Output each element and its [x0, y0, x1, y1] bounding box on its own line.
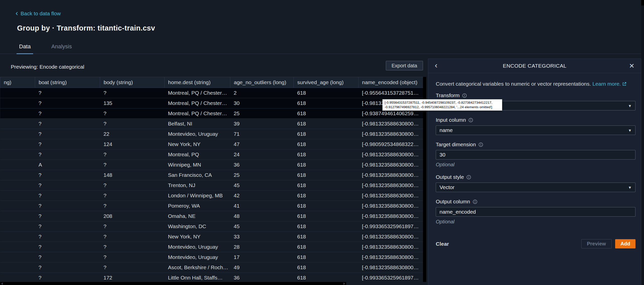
table-row[interactable]: ??Ascot, Berkshire / Roch…49618[-0.98132…	[0, 262, 423, 273]
table-cell: ?	[35, 262, 100, 273]
table-cell: Montreal, PQ	[165, 150, 230, 160]
table-row[interactable]: A?Winnipeg, MN36618[-0.981323588630800…	[0, 160, 423, 170]
table-cell: 618	[294, 273, 359, 282]
table-cell: 36	[230, 273, 294, 282]
info-icon[interactable]	[473, 199, 477, 204]
table-cell: [-0.981323588630800…	[359, 191, 423, 201]
table-header-row: ng)boat (string)body (string)home.dest (…	[0, 77, 423, 88]
table-cell: Montreal, PQ / Chester…	[165, 98, 230, 108]
table-row[interactable]: ?148San Francisco, CA25618[-0.9813235886…	[0, 170, 423, 180]
scroll-right-icon[interactable]: ›	[343, 281, 345, 285]
table-cell: ?	[35, 191, 100, 201]
table-cell	[0, 170, 35, 180]
page-scrollbar-thumb[interactable]	[641, 0, 644, 6]
table-cell: 135	[100, 98, 165, 108]
horizontal-scrollbar-thumb[interactable]: ‹ ›	[0, 282, 346, 285]
table-cell: [-0.981323588630800…	[359, 262, 423, 273]
table-cell: 618	[294, 262, 359, 273]
tab-data[interactable]: Data	[18, 43, 32, 54]
table-cell	[0, 119, 35, 129]
table-row[interactable]: ??Montevideo, Uruguay28618[-0.9813235886…	[0, 242, 423, 252]
info-icon[interactable]	[468, 118, 473, 122]
info-icon[interactable]	[478, 142, 483, 147]
export-data-button[interactable]: Export data	[386, 61, 423, 70]
panel-back-icon[interactable]: ‹	[435, 61, 438, 69]
column-header[interactable]: survived_age (long)	[294, 77, 359, 88]
table-row[interactable]: ?124New York, NY47618[-0.980592534868322…	[0, 139, 423, 150]
table-row[interactable]: ?22Montevideo, Uruguay71618[-0.981323588…	[0, 129, 423, 139]
column-header[interactable]: boat (string)	[35, 77, 100, 88]
input-column-select-value: name	[440, 127, 453, 133]
table-cell: 41	[230, 201, 294, 211]
table-cell: 208	[100, 211, 165, 221]
table-cell: ?	[100, 150, 165, 160]
table-row[interactable]: ??London / Winnipeg, MB42618[-0.98132358…	[0, 191, 423, 201]
table-cell: 33	[230, 232, 294, 242]
table-row[interactable]: ??Trenton, NJ45618[-0.981323588630800…	[0, 180, 423, 191]
table-cell: 618	[294, 170, 359, 180]
info-icon[interactable]	[466, 175, 471, 180]
column-header[interactable]: home.dest (string)	[165, 77, 230, 88]
table-row[interactable]: ?172Little Onn Hall, Staffs…36618[-0.993…	[0, 273, 423, 282]
table-cell: 618	[294, 221, 359, 232]
target-dimension-input[interactable]	[436, 150, 635, 160]
page-vertical-scrollbar[interactable]	[641, 0, 644, 285]
column-header[interactable]: name_encoded (object)	[359, 77, 423, 88]
table-cell: Montevideo, Uruguay	[165, 252, 230, 262]
input-column-select[interactable]: name ▼	[436, 125, 635, 135]
table-row[interactable]: ??Montreal, PQ24618[-0.981323588630800…	[0, 150, 423, 160]
info-icon[interactable]	[462, 93, 467, 98]
table-cell: [-0.955643153728751…	[359, 88, 423, 98]
table-cell: [-0.981323588630800…	[359, 201, 423, 211]
table-row[interactable]: ??Montevideo, Uruguay17618[-0.9813235886…	[0, 252, 423, 262]
add-button[interactable]: Add	[615, 239, 635, 248]
table-cell: ?	[35, 242, 100, 252]
tab-analysis[interactable]: Analysis	[50, 43, 73, 54]
table-row[interactable]: ??Washington, DC45618[-0.993365325961897…	[0, 221, 423, 232]
table-cell: ?	[100, 88, 165, 98]
table-cell: [-0.981323588630800…	[359, 150, 423, 160]
table-cell: ?	[35, 119, 100, 129]
table-cell: 148	[100, 170, 165, 180]
table-cell: Montreal, PQ / Chester…	[165, 88, 230, 98]
table-horizontal-scrollbar[interactable]: ‹ ›	[0, 282, 427, 285]
table-row[interactable]: ?208Omaha, NE48618[-0.981323588630800…	[0, 211, 423, 221]
table-cell: Ascot, Berkshire / Roch…	[165, 262, 230, 273]
table-cell: 618	[294, 108, 359, 119]
output-column-input[interactable]	[436, 207, 635, 217]
clear-button[interactable]: Clear	[436, 241, 449, 247]
preview-button[interactable]: Preview	[581, 239, 612, 248]
table-cell: 42	[230, 191, 294, 201]
back-to-data-flow-link[interactable]: ‹ Back to data flow	[16, 11, 61, 17]
table-cell: ?	[35, 201, 100, 211]
table-row[interactable]: ??Pomeroy, WA41618[-0.981323588630800…	[0, 201, 423, 211]
table-cell: [-0.981323588630800…	[359, 232, 423, 242]
data-table: ng)boat (string)body (string)home.dest (…	[0, 77, 423, 282]
output-style-select[interactable]: Vector ▼	[436, 183, 635, 192]
table-cell: Pomeroy, WA	[165, 201, 230, 211]
table-row[interactable]: ??Montreal, PQ / Chester…2618[-0.9556431…	[0, 88, 423, 98]
close-icon[interactable]: ✕	[629, 62, 634, 70]
table-cell: ?	[100, 191, 165, 201]
table-cell: [-0.981323588630800…	[359, 119, 423, 129]
table-cell: ?	[100, 232, 165, 242]
table-cell: ?	[100, 262, 165, 273]
table-row[interactable]: ??Belfast, NI39618[-0.981323588630800…	[0, 119, 423, 129]
table-cell: Washington, DC	[165, 221, 230, 232]
learn-more-link[interactable]: Learn more.	[592, 81, 626, 87]
column-header[interactable]: age_no_outliers (long)	[230, 77, 294, 88]
table-row[interactable]: ?135Montreal, PQ / Chester…30618[-0.9813…	[0, 98, 423, 108]
table-row[interactable]: ??Montreal, PQ / Chester…25618[-0.938749…	[0, 108, 423, 119]
column-header[interactable]: body (string)	[100, 77, 165, 88]
table-cell: 172	[100, 273, 165, 282]
table-cell: ?	[35, 232, 100, 242]
table-cell: [-0.980592534868322…	[359, 139, 423, 150]
table-row[interactable]: ??New York, NY33618[-0.981323588630800…	[0, 232, 423, 242]
table-cell: 36	[230, 160, 294, 170]
table-cell: ?	[35, 129, 100, 139]
output-column-optional-hint: Optional	[436, 219, 633, 225]
scroll-left-icon[interactable]: ‹	[2, 281, 3, 285]
table-cell: 71	[230, 129, 294, 139]
page-title: Group by · Transform: titantic-train.csv	[17, 24, 155, 32]
column-header[interactable]: ng)	[0, 77, 35, 88]
